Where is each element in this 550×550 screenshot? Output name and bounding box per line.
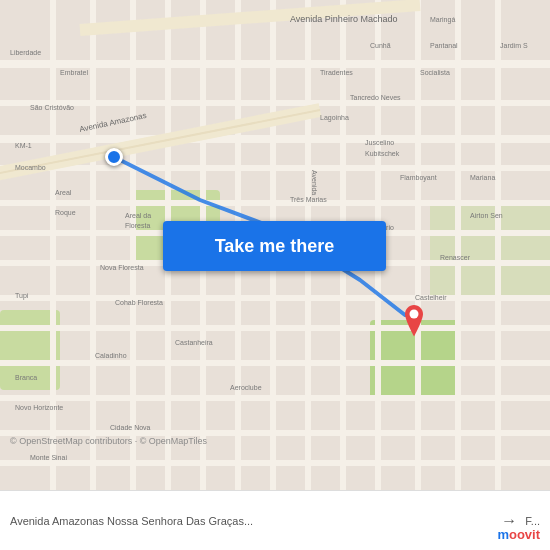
svg-text:Avenida Pinheiro Machado: Avenida Pinheiro Machado (290, 14, 397, 24)
moovit-logo: moovit (497, 527, 540, 542)
bottom-bar: Avenida Amazonas Nossa Senhora Das Graça… (0, 490, 550, 550)
svg-text:Avenida: Avenida (311, 170, 318, 195)
svg-text:Maringá: Maringá (430, 16, 455, 24)
svg-text:KM-1: KM-1 (15, 142, 32, 149)
svg-text:Monte Sinai: Monte Sinai (30, 454, 67, 461)
svg-text:Cohab Floresta: Cohab Floresta (115, 299, 163, 306)
svg-text:Socialista: Socialista (420, 69, 450, 76)
origin-marker (105, 148, 123, 166)
destination-label: F... (525, 515, 540, 527)
svg-text:Floresta: Floresta (125, 222, 150, 229)
svg-text:Embratel: Embratel (60, 69, 88, 76)
svg-text:Kubitschek: Kubitschek (365, 150, 400, 157)
svg-text:São Cristóvão: São Cristóvão (30, 104, 74, 111)
svg-rect-30 (495, 0, 501, 490)
svg-text:Areal: Areal (55, 189, 72, 196)
svg-rect-19 (90, 0, 96, 490)
svg-text:Nova Floresta: Nova Floresta (100, 264, 144, 271)
take-me-there-button[interactable]: Take me there (163, 221, 386, 271)
svg-text:Liberdade: Liberdade (10, 49, 41, 56)
svg-text:Juscelino: Juscelino (365, 139, 394, 146)
svg-text:Mocambo: Mocambo (15, 164, 46, 171)
svg-text:Jardim S: Jardim S (500, 42, 528, 49)
svg-text:Castanheira: Castanheira (175, 339, 213, 346)
svg-point-74 (410, 310, 419, 319)
svg-text:Aeroclube: Aeroclube (230, 384, 262, 391)
svg-rect-18 (50, 0, 56, 490)
destination-marker (400, 305, 428, 345)
svg-text:Areal da: Areal da (125, 212, 151, 219)
svg-text:Cidade Nova: Cidade Nova (110, 424, 151, 431)
svg-text:Novo Horizonte: Novo Horizonte (15, 404, 63, 411)
svg-text:Castelheir: Castelheir (415, 294, 447, 301)
map-container: Avenida Pinheiro Machado Avenida Amazona… (0, 0, 550, 490)
osm-credit: © OpenStreetMap contributors · © OpenMap… (10, 436, 207, 446)
svg-text:Tiradentes: Tiradentes (320, 69, 353, 76)
svg-text:Lagoinha: Lagoinha (320, 114, 349, 122)
svg-text:Mariana: Mariana (470, 174, 495, 181)
svg-text:Três Marias: Três Marias (290, 196, 327, 203)
svg-rect-29 (455, 0, 461, 490)
svg-text:Airton Sen: Airton Sen (470, 212, 503, 219)
svg-text:Renascer: Renascer (440, 254, 471, 261)
svg-text:Caladinho: Caladinho (95, 352, 127, 359)
svg-text:Branca: Branca (15, 374, 37, 381)
svg-text:Flamboyant: Flamboyant (400, 174, 437, 182)
svg-rect-20 (130, 0, 136, 490)
svg-text:Roque: Roque (55, 209, 76, 217)
svg-text:Cunhã: Cunhã (370, 42, 391, 49)
svg-text:Tancredo Neves: Tancredo Neves (350, 94, 401, 101)
svg-text:Pantanal: Pantanal (430, 42, 458, 49)
origin-label: Avenida Amazonas Nossa Senhora Das Graça… (10, 515, 493, 527)
svg-text:Tupi: Tupi (15, 292, 29, 300)
